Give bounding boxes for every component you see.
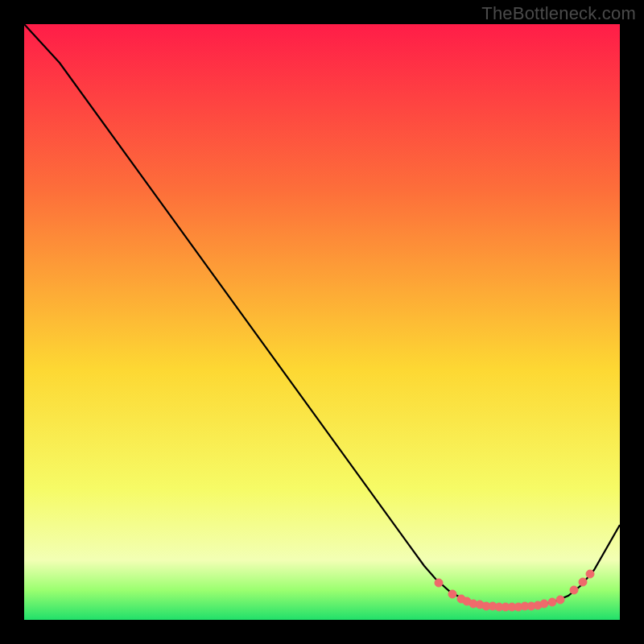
- curve-marker: [556, 596, 564, 604]
- curve-marker: [435, 579, 443, 587]
- curve-marker: [579, 578, 587, 586]
- curve-marker: [548, 598, 556, 606]
- curve-marker: [586, 570, 594, 578]
- plot-area: [24, 24, 620, 620]
- chart-stage: { "watermark": "TheBottleneck.com", "col…: [0, 0, 644, 644]
- chart-svg: [0, 0, 644, 644]
- curve-marker: [448, 590, 456, 598]
- watermark-text: TheBottleneck.com: [481, 3, 636, 24]
- curve-marker: [540, 600, 548, 608]
- curve-marker: [570, 586, 578, 594]
